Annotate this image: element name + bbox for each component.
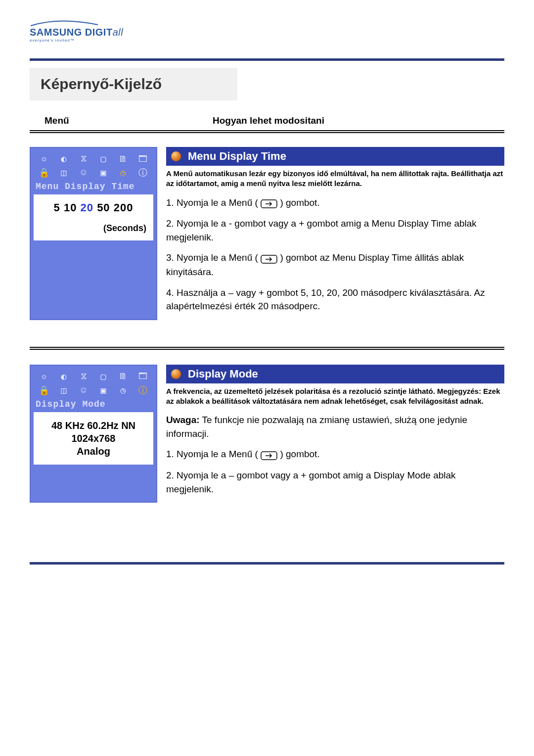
camera-icon: 🗔 [134,371,152,382]
section2-desc: A frekvencia, az üzemeltető jelzések pol… [166,386,504,407]
smiley-icon: ☺ [74,384,93,396]
info-icon: ⓘ [134,167,152,179]
brand-tagline: everyone's invited™ [30,38,123,43]
osd-val-4: 200 [114,201,134,214]
hourglass-icon: ⧖ [74,153,93,165]
brand-main: SAMSUNG DIGIT [30,27,113,38]
window-icon: ▣ [94,384,113,396]
bullet-icon [171,151,181,161]
osd-body-mode: 48 KHz 60.2Hz NN 1024x768 Analog [34,412,153,465]
s2-step1b: ) gombot. [280,449,319,459]
section1-steps: 1. Nyomja le a Menű ( ) gombot. 2. Nyomj… [166,196,504,313]
section1-desc: A Menű automatikusan lezár egy bizonyos … [166,169,504,189]
step4: 4. Használja a – vagy + gombot 5, 10, 20… [166,286,504,313]
person-lock-icon: 🔒 [35,384,53,396]
section-separator [30,347,504,350]
step3a: 3. Nyomja le a Menű ( [166,252,261,263]
dm-freq: 48 KHz 60.2Hz NN [38,419,149,432]
contrast-icon: ◐ [54,371,73,382]
section1-title: Menu Display Time [188,150,286,162]
bullet-icon [171,369,181,379]
section2-text: Display Mode A frekvencia, az üzemeltető… [166,365,504,503]
clock-icon: ◷ [114,384,133,396]
window-icon: ▣ [94,167,113,179]
brand-tail: all [113,27,124,38]
top-rule [30,58,504,61]
osd-panel-mode: ☼ ◐ ⧖ ▢ 🗎 🗔 🔒 ◫ ☺ ▣ ◷ ⓘ Display Mode 48 … [30,365,157,503]
section2-title-bar: Display Mode [166,365,504,383]
section2-title: Display Mode [188,368,258,380]
step1b: ) gombot. [280,197,319,208]
logo-block: SAMSUNG DIGITall everyone's invited™ [30,20,504,44]
dm-res: 1024x768 [38,432,149,445]
step1: 1. Nyomja le a Menű ( ) gombot. [166,196,504,210]
step1a: 1. Nyomja le a Menű ( [166,197,261,208]
hourglass-icon: ⧖ [74,371,93,382]
osd-label-mode: Display Mode [34,398,153,412]
osd-val-3: 50 [97,201,110,214]
logo-swoosh-icon [30,20,123,27]
page-title: Képernyő-Kijelző [41,76,226,93]
step2: 2. Nyomja le a - gombot vagy a + gombot … [166,217,504,244]
osd-val-2: 20 [81,201,93,214]
section-menu-display-time: ☼ ◐ ⧖ ▢ 🗎 🗔 🔒 ◫ ☺ ▣ ◷ ⓘ Menu Display Tim… [30,147,504,320]
color-icon: ◫ [54,384,73,396]
dm-sig: Analog [38,445,149,458]
osd-body-time: 5 10 20 50 200 (Seconds) [34,194,153,240]
contrast-icon: ◐ [54,153,73,165]
lock-icon: 🗎 [114,153,133,165]
header-rule [30,130,504,133]
osd-values: 5 10 20 50 200 [38,201,149,214]
col-header-menu: Menű [30,115,173,126]
page-title-block: Képernyő-Kijelző [30,68,237,100]
s2-step1a: 1. Nyomja le a Menű ( [166,449,261,459]
bottom-rule [30,562,504,565]
brand-logo: SAMSUNG DIGITall everyone's invited™ [30,20,123,43]
step3: 3. Nyomja le a Menű ( ) gombot az Menu D… [166,251,504,279]
note-label: Uwaga: [166,415,200,425]
position-icon: ▢ [94,153,113,165]
section1-text: Menu Display Time A Menű automatikusan l… [166,147,504,320]
menu-button-icon [261,448,277,462]
note-text: Te funkcje nie pozwalają na zmianę ustaw… [166,415,467,439]
col-header-howto: Hogyan lehet modositani [173,115,504,126]
menu-button-icon [261,196,277,210]
brightness-icon: ☼ [35,371,53,382]
menu-button-icon [261,252,277,266]
info-icon: ⓘ [134,384,152,396]
section2-note: Uwaga: Te funkcje nie pozwalają na zmian… [166,413,504,440]
osd-label-time: Menu Display Time [34,181,153,194]
person-lock-icon: 🔒 [35,167,53,179]
section1-title-bar: Menu Display Time [166,147,504,166]
column-headers: Menű Hogyan lehet modositani [30,115,504,126]
osd-icon-grid: ☼ ◐ ⧖ ▢ 🗎 🗔 🔒 ◫ ☺ ▣ ◷ ⓘ [34,369,153,398]
s2-step1: 1. Nyomja le a Menű ( ) gombot. [166,447,504,462]
osd-panel-time: ☼ ◐ ⧖ ▢ 🗎 🗔 🔒 ◫ ☺ ▣ ◷ ⓘ Menu Display Tim… [30,147,157,320]
section-display-mode: ☼ ◐ ⧖ ▢ 🗎 🗔 🔒 ◫ ☺ ▣ ◷ ⓘ Display Mode 48 … [30,365,504,503]
osd-icon-grid: ☼ ◐ ⧖ ▢ 🗎 🗔 🔒 ◫ ☺ ▣ ◷ ⓘ [34,151,153,181]
brightness-icon: ☼ [35,153,53,165]
clock-icon: ◷ [114,167,133,179]
osd-unit: (Seconds) [38,223,149,234]
osd-val-0: 5 [54,201,60,214]
s2-step2: 2. Nyomja le a – gombot vagy a + gombot … [166,469,504,496]
camera-icon: 🗔 [134,153,152,165]
section2-steps: Uwaga: Te funkcje nie pozwalają na zmian… [166,413,504,496]
position-icon: ▢ [94,371,113,382]
smiley-icon: ☺ [74,167,93,179]
color-icon: ◫ [54,167,73,179]
osd-val-1: 10 [64,201,77,214]
lock-icon: 🗎 [114,371,133,382]
